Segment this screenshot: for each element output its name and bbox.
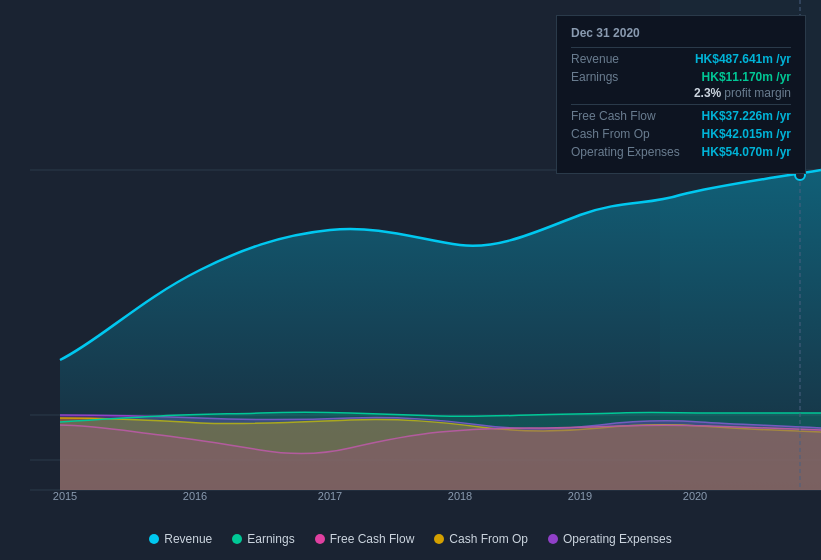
earnings-value: HK$11.170m /yr <box>702 70 791 84</box>
legend-revenue-label: Revenue <box>164 532 212 546</box>
legend-opex[interactable]: Operating Expenses <box>548 532 672 546</box>
opex-label: Operating Expenses <box>571 145 681 159</box>
legend-opex-label: Operating Expenses <box>563 532 672 546</box>
fcf-value: HK$37.226m /yr <box>702 109 791 123</box>
profit-margin-label: profit margin <box>724 86 791 100</box>
revenue-dot <box>149 534 159 544</box>
profit-margin-value: 2.3% <box>694 86 721 100</box>
revenue-value: HK$487.641m /yr <box>695 52 791 66</box>
x-label-2015: 2015 <box>53 490 77 502</box>
fcf-label: Free Cash Flow <box>571 109 681 123</box>
fcf-dot <box>315 534 325 544</box>
chart-container: Dec 31 2020 Revenue HK$487.641m /yr Earn… <box>0 0 821 560</box>
legend-earnings[interactable]: Earnings <box>232 532 294 546</box>
cashfromop-dot <box>434 534 444 544</box>
tooltip-cashfromop-row: Cash From Op HK$42.015m /yr <box>571 127 791 141</box>
tooltip-revenue-row: Revenue HK$487.641m /yr <box>571 52 791 66</box>
legend-fcf-label: Free Cash Flow <box>330 532 415 546</box>
legend-earnings-label: Earnings <box>247 532 294 546</box>
tooltip-fcf-row: Free Cash Flow HK$37.226m /yr <box>571 109 791 123</box>
cashfromop-value: HK$42.015m /yr <box>702 127 791 141</box>
revenue-label: Revenue <box>571 52 681 66</box>
legend-fcf[interactable]: Free Cash Flow <box>315 532 415 546</box>
tooltip-card: Dec 31 2020 Revenue HK$487.641m /yr Earn… <box>556 15 806 174</box>
tooltip-earnings-row: Earnings HK$11.170m /yr <box>571 70 791 84</box>
x-label-2018: 2018 <box>448 490 472 502</box>
tooltip-opex-row: Operating Expenses HK$54.070m /yr <box>571 145 791 159</box>
tooltip-date: Dec 31 2020 <box>571 26 791 40</box>
x-label-2017: 2017 <box>318 490 342 502</box>
opex-dot <box>548 534 558 544</box>
opex-value: HK$54.070m /yr <box>702 145 791 159</box>
x-label-2020: 2020 <box>683 490 707 502</box>
earnings-dot <box>232 534 242 544</box>
legend: Revenue Earnings Free Cash Flow Cash Fro… <box>0 532 821 546</box>
legend-cashfromop-label: Cash From Op <box>449 532 528 546</box>
legend-cashfromop[interactable]: Cash From Op <box>434 532 528 546</box>
x-label-2016: 2016 <box>183 490 207 502</box>
legend-revenue[interactable]: Revenue <box>149 532 212 546</box>
cashfromop-label: Cash From Op <box>571 127 681 141</box>
profit-margin-row: 2.3% profit margin <box>571 86 791 100</box>
x-label-2019: 2019 <box>568 490 592 502</box>
earnings-label: Earnings <box>571 70 681 84</box>
